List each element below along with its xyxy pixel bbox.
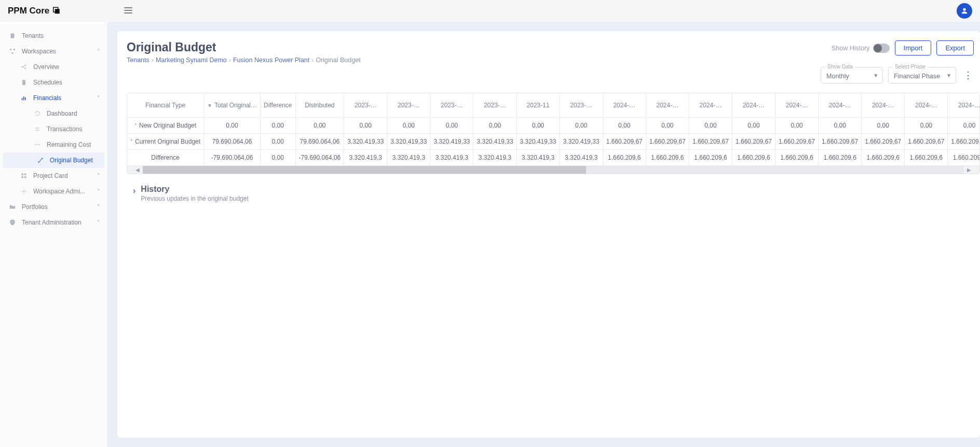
cell: 0,00 [344,117,387,133]
sidebar-item-workspaces[interactable]: Workspaces ˄ [0,44,107,59]
svg-rect-1 [55,9,60,13]
sidebar-label: Financials [33,94,61,102]
cell: 3.320.419,33 [387,133,430,149]
cell: 3.320.419,33 [560,133,603,149]
history-section: › History Previous updates in the origin… [127,185,980,202]
scroll-track[interactable] [143,166,964,174]
sidebar-label: Workspaces [22,48,56,55]
select-phase-label: Select Phase [893,64,928,69]
import-button[interactable]: Import [895,40,932,55]
sidebar-label: Tenants [22,32,44,39]
cell: 0,00 [261,133,295,149]
col-month[interactable]: 2023-… [387,93,430,117]
row-label[interactable]: ˅New Original Budget [127,117,204,133]
route-icon [35,157,46,163]
cell: 1.660.209,6 [646,149,689,165]
scroll-left-icon[interactable]: ◀ [135,167,140,173]
cell: 1.660.209,67 [646,133,689,149]
col-difference[interactable]: Difference [261,93,295,117]
svg-point-4 [10,49,12,51]
col-month[interactable]: 2023-… [473,93,516,117]
col-month[interactable]: 2024-… [775,93,819,117]
col-month[interactable]: 2024-… [603,93,646,117]
show-data-select[interactable]: Show Data Monthly ▼ [821,67,883,83]
cell: 3.320.419,33 [473,133,516,149]
svg-point-2 [963,8,965,11]
col-financial-type[interactable]: Financial Type [127,93,204,117]
scroll-thumb[interactable] [143,166,586,174]
svg-point-13 [35,144,36,145]
breadcrumb-project[interactable]: Fusion Nexus Power Plant [233,57,309,64]
dots-icon [32,142,43,148]
more-options-icon[interactable]: ⋮ [961,67,974,83]
menu-hamburger-icon[interactable] [123,5,133,17]
sidebar-label: Transactions [47,125,82,133]
cell: 1.660.209,6 [862,149,905,165]
breadcrumb-current: Original Budget [316,57,360,64]
col-month[interactable]: 2023-… [344,93,387,117]
col-month[interactable]: 2024-… [732,93,775,117]
cell: 1.660.209,6 [819,149,862,165]
col-month[interactable]: 2023-… [430,93,473,117]
col-month[interactable]: 2024-… [905,93,948,117]
export-button[interactable]: Export [936,40,974,55]
sidebar-item-overview[interactable]: Overview [0,59,107,75]
cell: 1.660.209,67 [732,133,775,149]
show-data-label: Show Data [825,64,855,69]
row-label: Difference [127,149,204,165]
refresh-icon [32,110,43,117]
cell: 1.660.209,6 [905,149,948,165]
col-month[interactable]: 2024-… [862,93,905,117]
svg-point-15 [39,144,40,145]
breadcrumb-workspace[interactable]: Marketing Synami Demo [156,57,227,64]
scroll-right-icon[interactable]: ▶ [967,167,971,173]
col-month[interactable]: 2023-… [560,93,603,117]
sidebar-item-schedules[interactable]: Schedules [0,75,107,90]
chevron-down-icon: ˅ [130,139,133,145]
sidebar-label: Schedules [33,79,62,86]
sidebar-item-original-budget[interactable]: Original Budget [3,152,104,168]
table-row: ˅New Original Budget0,000,000,000,000,00… [127,117,979,133]
col-total[interactable]: ▼Total Original… [204,93,261,117]
sidebar-item-remaining-cost[interactable]: Remaining Cost [0,137,107,152]
chevron-down-icon: ˅ [97,204,100,211]
main-header: Original Budget Tenants› Marketing Synam… [127,40,980,64]
col-month[interactable]: 2024-… [948,93,979,117]
col-month[interactable]: 2024-… [689,93,732,117]
svg-point-5 [13,49,16,51]
col-month[interactable]: 2024-… [819,93,862,117]
cell: 1.660.209,6 [689,149,732,165]
sidebar-item-dashboard[interactable]: Dashboard [0,106,107,121]
show-history-toggle[interactable] [873,44,890,53]
user-avatar-icon[interactable] [957,3,972,19]
cell: 0,00 [295,117,344,133]
row-label[interactable]: ˅Current Original Budget [127,133,204,149]
chevron-up-icon: ˄ [97,95,100,102]
show-history-label: Show History [832,45,870,52]
history-expand-icon[interactable]: › [133,186,135,195]
sidebar-item-financials[interactable]: Financials ˄ [0,90,107,106]
app-logo: PPM Core [8,6,61,16]
breadcrumb-tenants[interactable]: Tenants [127,57,149,64]
sidebar-label: Overview [33,63,59,71]
cell: 0,00 [732,117,775,133]
sidebar-item-portfolios[interactable]: Portfolios ˅ [0,199,107,215]
nodes-icon [7,48,18,55]
sidebar-item-tenants[interactable]: Tenants [0,28,107,44]
cell: 0,00 [473,117,516,133]
col-month[interactable]: 2024-… [646,93,689,117]
select-phase-select[interactable]: Select Phase Financial Phase ▼ [888,67,956,83]
col-month[interactable]: 2023-11 [516,93,560,117]
cell: 0,00 [819,117,862,133]
cell: 79.690.064,06 [204,133,261,149]
grid-icon [19,173,29,179]
sidebar-item-project-card[interactable]: Project Card ˅ [0,168,107,184]
horizontal-scrollbar[interactable]: ◀ ▶ [127,166,979,174]
app-name: PPM Core [8,6,49,16]
cell: 0,00 [862,117,905,133]
sidebar-item-tenant-admin[interactable]: Tenant Administration ˅ [0,215,107,230]
sidebar-item-workspace-admin[interactable]: Workspace Admi... ˅ [0,184,107,199]
col-distributed[interactable]: Distributed [295,93,344,117]
svg-rect-18 [22,174,24,176]
sidebar-item-transactions[interactable]: Transactions [0,121,107,137]
